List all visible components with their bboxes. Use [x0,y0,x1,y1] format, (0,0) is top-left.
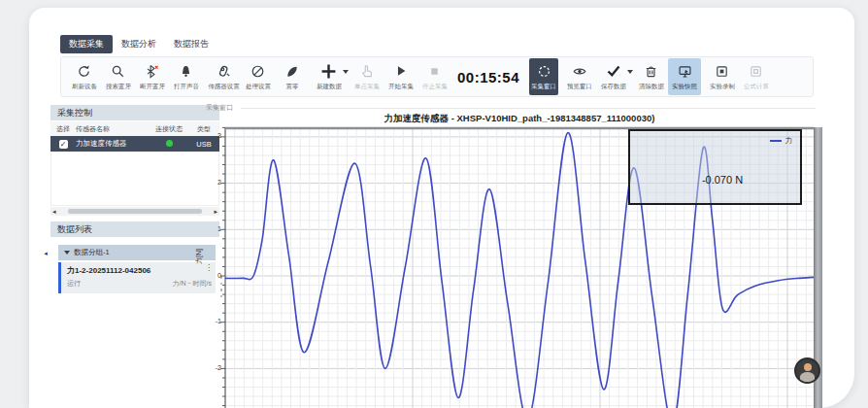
acquisition-control-title: 采集控制 [57,107,92,119]
record-icon [715,63,729,80]
chevron-down-icon [64,251,70,255]
toolbar-label: 实验录制 [710,82,735,90]
formula-calc-button[interactable]: 公式计算 [739,58,773,95]
trash-icon [644,63,658,80]
kebab-menu-icon[interactable]: ⋮ [205,266,213,270]
toolbar-label: 保存数据 [601,82,626,90]
sensor-settings-button[interactable]: 传感器设置 [207,58,241,95]
new-data-button[interactable]: 新建数据 [312,58,346,95]
acquisition-control-header: 采集控制 [50,105,219,120]
y-tick-label: -2 [200,364,221,371]
measurement-annotation: -0.070 N [669,174,776,186]
chart-selection-region[interactable]: 力 -0.070 N [628,129,802,205]
y-tick-label: 0 [200,272,221,279]
scrollbar-thumb[interactable] [68,209,202,214]
dropdown-caret-icon[interactable] [343,70,349,74]
disconnect-bluetooth-button[interactable]: 断开蓝牙 [135,58,169,95]
avatar-body [800,372,815,382]
sensor-list-area [50,152,219,206]
snapshot-icon [678,63,692,80]
toolbar-label: 采集窗口 [531,82,556,90]
toolbar-label: 搜索蓝牙 [106,82,131,90]
toolbar-label: 开始采集 [388,82,414,90]
search-bluetooth-button[interactable]: 搜索蓝牙 [101,58,135,95]
play-icon [394,63,408,80]
bell-icon [179,63,193,80]
main-tab-bar: 数据采集 数据分析 数据报告 [60,35,217,52]
refresh-device-button[interactable]: 刷新设备 [67,58,101,95]
toolbar-label: 刷新设备 [72,82,97,90]
refresh-icon [77,63,91,80]
toolbar-label: 实验快照 [672,82,697,90]
hand-icon [359,63,374,80]
y-axis-label: 力[N] [194,249,204,264]
zero-button[interactable]: 置零 [275,58,309,95]
sensor-name: 力加速度传感器 [76,139,148,149]
data-group-label: 数据分组-1 [74,248,110,257]
y-tick-label: -1 [200,318,221,324]
sound-toggle-button[interactable]: 打开声音 [169,58,203,95]
dropdown-caret-icon[interactable] [627,70,633,74]
toolbar-label: 置零 [285,82,298,90]
tab-data-analysis[interactable]: 数据分析 [113,35,165,53]
toolbar-label: 公式计算 [744,82,769,90]
assistant-avatar-button[interactable] [794,357,820,384]
bluetooth-disconnect-icon [145,63,159,80]
save-data-button[interactable]: 保存数据 [596,58,630,95]
scroll-left-icon[interactable]: ◂ [52,207,56,216]
check-icon [606,63,621,80]
capture-timer: 00:15:54 [457,69,519,85]
avatar-head [804,363,812,371]
y-tick-label: 3 [200,132,221,139]
process-settings-button[interactable]: 处理设置 [241,58,275,95]
experiment-record-button[interactable]: 实验录制 [705,58,739,95]
column-sensor-name: 传感器名称 [76,124,148,134]
chart-legend: 力 [770,136,793,146]
y-tick-label: 1 [200,225,221,232]
toolbar-label: 新建数据 [317,82,342,90]
y-tick-label: 2 [200,179,221,186]
preview-window-button[interactable]: 预览窗口 [562,58,596,95]
pane-divider [241,108,816,109]
capture-window-button[interactable]: 采集窗口 [529,58,558,95]
column-select: 选择 [50,124,76,134]
sensor-table-row[interactable]: ✓ 力加速度传感器 USB [50,136,219,152]
toolbar-label: 清除数据 [639,82,664,90]
sensor-table-hscrollbar[interactable]: ◂ ▸ [50,207,219,216]
legend-line-swatch [770,140,782,142]
data-list-title: 数据列表 [57,223,92,236]
sensor-type: USB [190,140,217,149]
scroll-right-icon[interactable]: ▸ [214,207,217,216]
app-window: { "tabs": [ {"label": "数据采集", "active": … [0,0,868,408]
toolbar-label: 断开蓝牙 [140,82,165,90]
toolbar-label: 单点采集 [354,82,380,90]
sensor-settings-icon [217,63,231,80]
plus-icon [320,63,337,80]
legend-series-label: 力 [785,136,793,146]
tab-data-report[interactable]: 数据报告 [165,35,217,53]
toolbar-label: 停止采集 [422,82,448,90]
tab-data-acquisition[interactable]: 数据采集 [60,35,113,53]
data-record-axes: 力/N－时间/s [173,279,212,289]
dial-icon [250,63,265,80]
experiment-snapshot-button[interactable]: 实验快照 [668,58,701,95]
stop-capture-button[interactable]: 停止采集 [417,58,451,95]
data-record-title: 力1-2-20251112-042506 [67,265,212,276]
dashed-circle-icon [537,63,551,80]
toolbar-label: 传感器设置 [208,82,239,90]
sensor-table-header: 选择 传感器名称 连接状态 类型 [50,121,219,137]
sensor-checkbox[interactable]: ✓ [59,140,68,149]
eye-icon [572,63,587,80]
zero-icon [284,63,299,80]
data-record-item[interactable]: 力1-2-20251112-042506 运行 力/N－时间/s ⋮ [58,262,216,293]
search-icon [111,63,125,80]
clear-data-button[interactable]: 清除数据 [634,58,668,95]
data-group-row[interactable]: 数据分组-1 [58,245,216,260]
column-connection-status: 连接状态 [148,124,190,134]
data-list-header: 数据列表 [50,221,219,237]
toolbar-label: 打开声音 [174,82,199,90]
start-capture-button[interactable]: 开始采集 [384,58,417,95]
single-point-capture-button[interactable]: 单点采集 [350,58,384,95]
stop-icon [428,63,441,80]
panel-collapse-handle[interactable]: ◂ [41,245,50,262]
